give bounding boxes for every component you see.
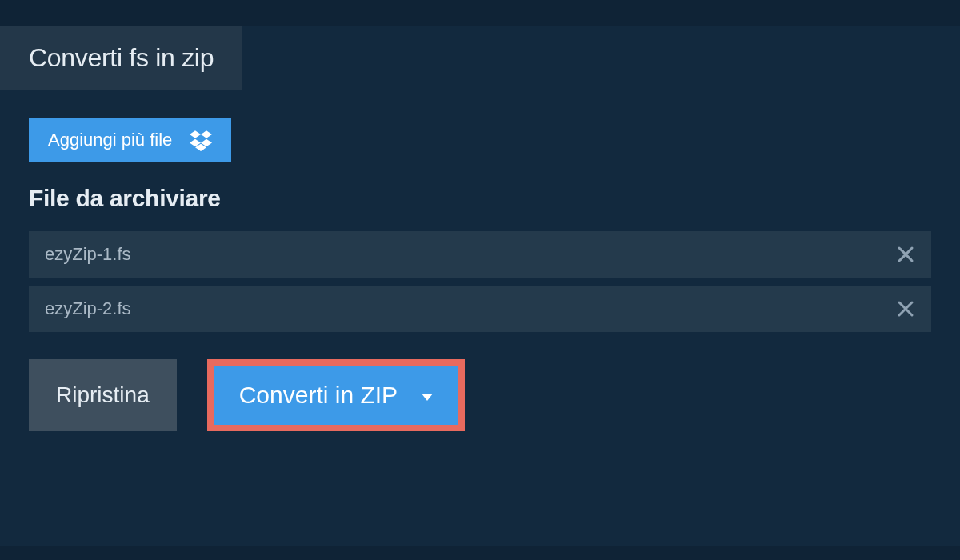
convert-button-label: Converti in ZIP [239,382,398,409]
convert-highlight-frame: Converti in ZIP [207,359,465,431]
close-icon [896,299,915,318]
files-to-archive-heading: File da archiviare [29,185,931,212]
tab-convert-fs-zip[interactable]: Converti fs in zip [0,26,242,90]
remove-file-button[interactable] [896,245,915,264]
tab-row: Converti fs in zip [0,26,960,90]
remove-file-button[interactable] [896,299,915,318]
convert-to-zip-button[interactable]: Converti in ZIP [214,366,458,425]
app-root: Converti fs in zip Aggiungi più file Fil… [0,0,960,560]
tab-title: Converti fs in zip [29,43,214,72]
dropbox-icon [190,129,212,151]
add-more-files-button[interactable]: Aggiungi più file [29,118,231,162]
bottom-band [0,546,960,560]
file-row: ezyZip-1.fs [29,231,931,278]
reset-button-label: Ripristina [56,382,150,407]
main-panel: Aggiungi più file File da archiviare ezy… [0,90,960,431]
file-row: ezyZip-2.fs [29,286,931,332]
action-row: Ripristina Converti in ZIP [29,359,931,431]
file-name: ezyZip-1.fs [45,244,131,265]
reset-button[interactable]: Ripristina [29,359,177,431]
close-icon [896,245,915,264]
file-name: ezyZip-2.fs [45,298,131,319]
add-more-files-label: Aggiungi più file [48,130,172,150]
file-list: ezyZip-1.fs ezyZip-2.fs [29,231,931,332]
caret-down-icon [422,394,433,401]
top-band [0,0,960,26]
